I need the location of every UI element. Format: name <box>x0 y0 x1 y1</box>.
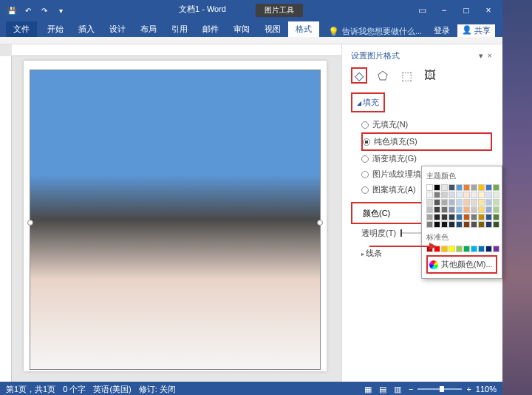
color-swatch[interactable] <box>426 199 433 206</box>
panel-close-icon[interactable]: × <box>488 51 492 61</box>
more-colors-button[interactable]: 其他颜色(M)... <box>426 255 497 274</box>
color-swatch[interactable] <box>463 184 470 191</box>
tab-home[interactable]: 开始 <box>40 21 71 37</box>
color-swatch[interactable] <box>441 199 448 206</box>
color-swatch[interactable] <box>471 221 477 228</box>
color-swatch[interactable] <box>463 214 470 220</box>
radio-solid-fill[interactable]: 纯色填充(S) <box>361 132 492 151</box>
color-swatch[interactable] <box>485 221 492 228</box>
ribbon-options-icon[interactable]: ▭ <box>415 5 429 16</box>
color-swatch[interactable] <box>493 206 499 213</box>
view-print-icon[interactable]: ▤ <box>379 385 386 394</box>
color-swatch[interactable] <box>493 192 499 198</box>
picture-icon[interactable]: 🖼 <box>422 67 438 84</box>
color-swatch[interactable] <box>485 184 492 191</box>
color-swatch[interactable] <box>471 206 477 213</box>
color-swatch[interactable] <box>478 192 485 198</box>
zoom-in-icon[interactable]: + <box>466 385 471 394</box>
color-swatch[interactable] <box>449 214 455 220</box>
tab-references[interactable]: 引用 <box>164 21 195 37</box>
undo-icon[interactable]: ↶ <box>22 4 34 16</box>
color-swatch[interactable] <box>485 199 492 206</box>
color-swatch[interactable] <box>463 221 470 228</box>
color-swatch[interactable] <box>434 206 440 213</box>
color-swatch[interactable] <box>434 214 440 220</box>
horizontal-ruler[interactable] <box>12 44 341 56</box>
color-swatch[interactable] <box>426 184 433 191</box>
color-swatch[interactable] <box>434 184 440 191</box>
color-swatch[interactable] <box>478 199 485 206</box>
word-count[interactable]: 0 个字 <box>63 384 86 395</box>
color-swatch[interactable] <box>441 246 448 252</box>
tab-mailings[interactable]: 邮件 <box>195 21 226 37</box>
color-swatch[interactable] <box>449 184 455 191</box>
qat-more-icon[interactable]: ▾ <box>55 4 66 16</box>
page-count[interactable]: 第1页，共1页 <box>6 384 55 395</box>
color-swatch[interactable] <box>449 206 455 213</box>
color-swatch[interactable] <box>441 214 448 220</box>
color-swatch[interactable] <box>485 246 492 252</box>
close-icon[interactable]: × <box>482 5 495 16</box>
color-swatch[interactable] <box>478 206 485 213</box>
color-swatch[interactable] <box>471 246 477 252</box>
color-swatch[interactable] <box>441 192 448 198</box>
tab-layout[interactable]: 布局 <box>133 21 164 37</box>
effects-icon[interactable]: ⬠ <box>375 67 391 84</box>
layout-icon[interactable]: ⬚ <box>398 67 415 84</box>
color-swatch[interactable] <box>449 192 455 198</box>
redo-icon[interactable]: ↷ <box>38 4 50 16</box>
color-swatch[interactable] <box>456 192 463 198</box>
tab-format[interactable]: 格式 <box>288 21 319 37</box>
minimize-icon[interactable]: − <box>437 5 451 16</box>
color-swatch[interactable] <box>456 221 463 228</box>
selected-image[interactable] <box>30 70 321 370</box>
fill-section-header[interactable]: 填充 <box>351 92 385 112</box>
color-swatch[interactable] <box>493 199 499 206</box>
color-swatch[interactable] <box>478 214 485 220</box>
tab-insert[interactable]: 插入 <box>71 21 102 37</box>
color-swatch[interactable] <box>426 206 433 213</box>
zoom-out-icon[interactable]: − <box>409 385 413 394</box>
zoom-slider[interactable] <box>417 388 462 390</box>
color-swatch[interactable] <box>485 206 492 213</box>
color-swatch[interactable] <box>434 199 440 206</box>
tab-file[interactable]: 文件 <box>6 21 37 37</box>
color-swatch[interactable] <box>493 246 499 252</box>
language-status[interactable]: 英语(美国) <box>93 384 131 395</box>
track-changes-status[interactable]: 修订: 关闭 <box>139 384 176 395</box>
color-swatch[interactable] <box>478 246 485 252</box>
color-swatch[interactable] <box>426 192 433 198</box>
color-swatch[interactable] <box>456 184 463 191</box>
vertical-ruler[interactable] <box>0 56 12 382</box>
color-swatch[interactable] <box>463 206 470 213</box>
color-swatch[interactable] <box>456 199 463 206</box>
view-web-icon[interactable]: ▥ <box>394 385 401 394</box>
share-button[interactable]: 👤共享 <box>457 24 495 37</box>
color-swatch[interactable] <box>441 221 448 228</box>
panel-dropdown-icon[interactable]: ▾ <box>479 51 483 61</box>
color-swatch[interactable] <box>441 184 448 191</box>
color-swatch[interactable] <box>426 214 433 220</box>
tab-design[interactable]: 设计 <box>102 21 133 37</box>
color-swatch[interactable] <box>478 221 485 228</box>
radio-no-fill[interactable]: 无填充(N) <box>361 117 492 132</box>
color-swatch[interactable] <box>485 214 492 220</box>
zoom-level[interactable]: 110% <box>476 385 497 394</box>
color-swatch[interactable] <box>426 221 433 228</box>
color-swatch[interactable] <box>493 221 499 228</box>
color-swatch[interactable] <box>456 214 463 220</box>
save-icon[interactable]: 💾 <box>6 4 18 16</box>
color-swatch[interactable] <box>471 192 477 198</box>
color-swatch[interactable] <box>485 192 492 198</box>
color-swatch[interactable] <box>449 221 455 228</box>
color-swatch[interactable] <box>471 184 477 191</box>
color-swatch[interactable] <box>493 214 499 220</box>
color-swatch[interactable] <box>463 199 470 206</box>
fill-line-icon[interactable]: ◇ <box>351 67 367 84</box>
view-read-icon[interactable]: ▦ <box>364 385 372 394</box>
color-swatch[interactable] <box>493 184 499 191</box>
color-swatch[interactable] <box>434 192 440 198</box>
radio-gradient-fill[interactable]: 渐变填充(G) <box>361 151 492 166</box>
tab-review[interactable]: 审阅 <box>226 21 257 37</box>
color-swatch[interactable] <box>456 206 463 213</box>
